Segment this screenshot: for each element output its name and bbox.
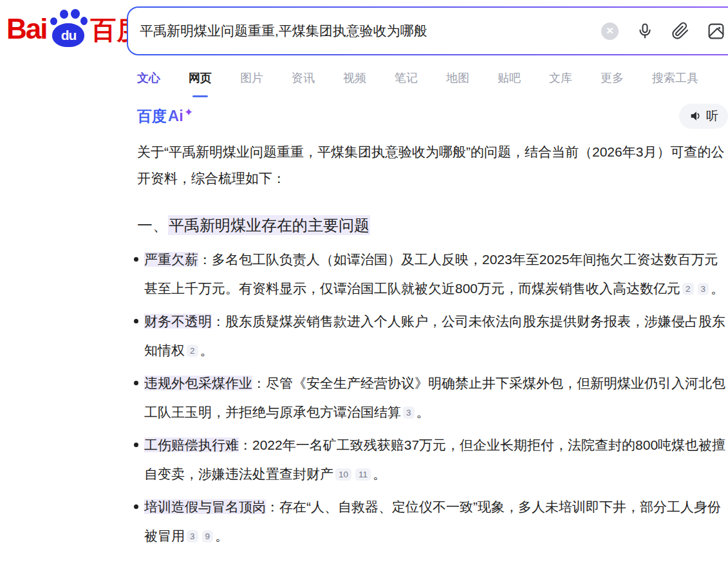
citation-badge[interactable]: 2 (682, 283, 694, 295)
citation-badge[interactable]: 2 (187, 345, 198, 357)
citation-badge[interactable]: 9 (202, 530, 214, 542)
tab-tieba[interactable]: 贴吧 (498, 70, 521, 90)
search-input[interactable] (140, 23, 595, 39)
tab-wenxin[interactable]: 文心 (137, 70, 160, 90)
paperclip-icon[interactable] (671, 22, 689, 40)
list-item: 严重欠薪：多名包工队负责人（如谭治国）及工人反映，2023年至2025年间拖欠工… (137, 245, 728, 303)
ai-answer-panel: 百度Ai✦ 听 关于“平禹新明煤业问题重重，平煤集团执意验收为哪般”的问题，结合… (137, 103, 728, 550)
microphone-icon[interactable] (636, 22, 654, 40)
listen-label: 听 (706, 108, 718, 124)
speaker-icon (689, 109, 703, 123)
image-search-icon[interactable] (707, 22, 725, 41)
listen-button[interactable]: 听 (679, 104, 728, 129)
citation-badge[interactable]: 3 (187, 530, 198, 542)
clear-icon[interactable]: ✕ (601, 23, 619, 40)
logo-text-du: du (61, 28, 77, 43)
tab-more[interactable]: 更多 (601, 70, 624, 90)
list-item: 财务不透明：股东质疑煤炭销售款进入个人账户，公司未依法向股东提供财务报表，涉嫌侵… (137, 307, 728, 365)
tab-web[interactable]: 网页 (189, 70, 212, 90)
baidu-logo[interactable]: Bai du 百度 (6, 9, 143, 48)
entity-link[interactable]: 培训造假与冒名顶岗 (144, 499, 266, 514)
tab-search-tools[interactable]: 搜索工具 (652, 70, 698, 90)
citation-badge[interactable]: 10 (335, 468, 351, 481)
logo-text-bai: Bai (6, 10, 46, 48)
entity-link[interactable]: 财务不透明 (144, 314, 212, 329)
citation-badge[interactable]: 11 (355, 468, 371, 481)
tab-notes[interactable]: 笔记 (395, 70, 418, 90)
entity-link[interactable]: 工伤赔偿执行难 (144, 437, 239, 452)
sparkle-icon: ✦ (184, 106, 193, 119)
tab-news[interactable]: 资讯 (292, 70, 315, 90)
entity-link[interactable]: 违规外包采煤作业 (144, 376, 252, 390)
section-heading: 一、平禹新明煤业存在的主要问题 (137, 215, 728, 236)
search-tabs: 文心 网页 图片 资讯 视频 笔记 地图 贴吧 文库 更多 搜索工具 (137, 59, 728, 90)
entity-link[interactable]: 严重欠薪 (144, 252, 198, 267)
list-item: 工伤赔偿执行难：2022年一名矿工致残获赔37万元，但企业长期拒付，法院查封的8… (137, 430, 728, 488)
answer-intro: 关于“平禹新明煤业问题重重，平煤集团执意验收为哪般”的问题，结合当前（2026年… (137, 139, 728, 191)
list-item: 培训造假与冒名顶岗：存在“人、自救器、定位仪不一致”现象，多人未培训即下井，部分… (137, 492, 728, 550)
baidu-ai-logo: 百度Ai✦ (137, 106, 193, 126)
list-item: 违规外包采煤作业：尽管《安全生产经营协议》明确禁止井下采煤外包，但新明煤业仍引入… (137, 369, 728, 426)
issue-list: 严重欠薪：多名包工队负责人（如谭治国）及工人反映，2023年至2025年间拖欠工… (137, 245, 728, 550)
header: Bai du 百度 ✕ (0, 0, 728, 59)
tab-maps[interactable]: 地图 (446, 70, 469, 90)
tab-images[interactable]: 图片 (240, 70, 263, 90)
tab-video[interactable]: 视频 (343, 70, 366, 90)
search-box: ✕ (127, 6, 728, 55)
tab-wenku[interactable]: 文库 (549, 70, 572, 90)
citation-badge[interactable]: 3 (698, 283, 709, 295)
baidu-paw-icon: du (50, 9, 88, 48)
citation-badge[interactable]: 3 (403, 407, 415, 419)
